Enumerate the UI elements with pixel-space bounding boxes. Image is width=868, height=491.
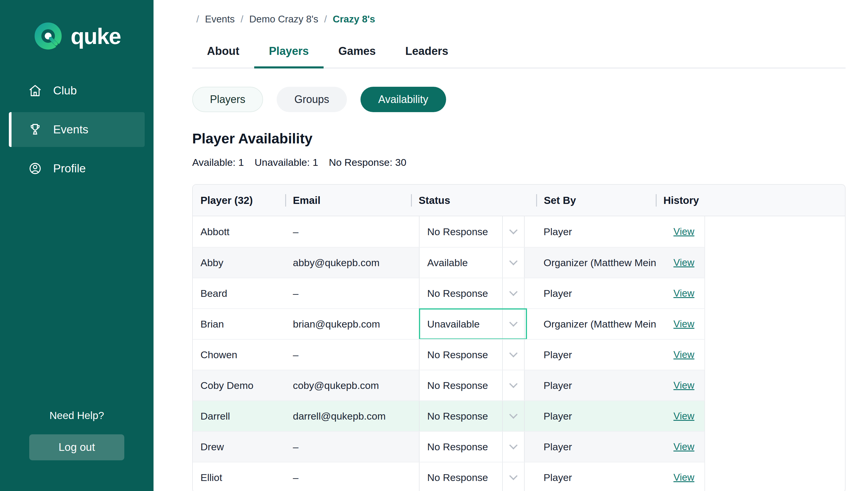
status-select[interactable]: No Response bbox=[419, 432, 502, 462]
header-email: Email bbox=[285, 195, 411, 206]
set-by-cell: Player bbox=[525, 278, 656, 308]
player-name-cell: Elliot bbox=[193, 462, 285, 491]
need-help-link[interactable]: Need Help? bbox=[50, 409, 104, 422]
email-cell: – bbox=[285, 462, 419, 491]
chevron-glyph bbox=[509, 472, 517, 480]
breadcrumb-events[interactable]: Events bbox=[205, 13, 235, 25]
set-by-cell: Player bbox=[525, 216, 656, 247]
email-cell: – bbox=[285, 340, 419, 370]
player-name-cell: Abby bbox=[193, 248, 285, 278]
sidebar-footer: Need Help? Log out bbox=[0, 409, 153, 491]
header-history: History bbox=[656, 195, 845, 206]
chevron-glyph bbox=[509, 226, 517, 234]
status-select[interactable]: No Response bbox=[419, 370, 502, 400]
email-cell: abby@qukepb.com bbox=[285, 248, 419, 278]
view-history-link[interactable]: View bbox=[673, 380, 694, 391]
tab-players[interactable]: Players bbox=[254, 37, 324, 68]
app-logo: quke bbox=[0, 0, 153, 51]
table-row: Beard – No Response Player View bbox=[193, 278, 705, 308]
set-by-cell: Organizer (Matthew Meinza bbox=[525, 248, 656, 278]
view-history-link[interactable]: View bbox=[673, 226, 694, 237]
tab-leaders[interactable]: Leaders bbox=[391, 37, 463, 68]
email-cell: – bbox=[285, 216, 419, 247]
header-status: Status bbox=[411, 195, 536, 206]
status-select-focused[interactable]: Unavailable bbox=[419, 309, 502, 339]
chevron-glyph bbox=[509, 349, 517, 357]
status-select[interactable]: No Response bbox=[419, 340, 502, 370]
status-select[interactable]: No Response bbox=[419, 216, 502, 247]
sidebar: quke Club Events bbox=[0, 0, 153, 491]
sidebar-item-label: Club bbox=[53, 84, 77, 97]
view-history-link[interactable]: View bbox=[673, 441, 694, 452]
table-row: Abby abby@qukepb.com Available Organizer… bbox=[193, 247, 705, 278]
email-cell: coby@qukepb.com bbox=[285, 370, 419, 400]
subtab-groups[interactable]: Groups bbox=[277, 87, 347, 112]
main-content: / Events / Demo Crazy 8's / Crazy 8's Ab… bbox=[153, 0, 868, 491]
availability-stats: Available: 1 Unavailable: 1 No Response:… bbox=[192, 157, 845, 168]
view-history-link[interactable]: View bbox=[673, 472, 694, 483]
sidebar-nav: Club Events Profile bbox=[0, 73, 153, 186]
history-cell: View bbox=[656, 370, 705, 400]
chevron-down-icon[interactable] bbox=[502, 401, 525, 431]
table-row: Drew – No Response Player View bbox=[193, 431, 705, 462]
player-name-cell: Coby Demo bbox=[193, 370, 285, 400]
breadcrumb-demo-crazy-8s[interactable]: Demo Crazy 8's bbox=[249, 13, 318, 25]
sidebar-item-club[interactable]: Club bbox=[9, 73, 145, 108]
chevron-glyph bbox=[509, 441, 517, 450]
header-player: Player (32) bbox=[193, 195, 285, 206]
home-icon bbox=[28, 84, 42, 97]
chevron-down-icon[interactable] bbox=[502, 340, 525, 370]
status-value: No Response bbox=[427, 349, 488, 360]
chevron-down-icon[interactable] bbox=[502, 248, 525, 278]
sidebar-item-profile[interactable]: Profile bbox=[9, 151, 145, 186]
status-select[interactable]: No Response bbox=[419, 278, 502, 308]
player-name-cell: Drew bbox=[193, 432, 285, 462]
tab-about[interactable]: About bbox=[192, 37, 254, 68]
view-history-link[interactable]: View bbox=[673, 318, 694, 329]
chevron-down-icon[interactable] bbox=[502, 216, 525, 247]
quke-logo-icon bbox=[33, 21, 63, 51]
view-history-link[interactable]: View bbox=[673, 257, 694, 268]
chevron-down-icon[interactable] bbox=[502, 278, 525, 308]
chevron-glyph bbox=[509, 318, 517, 327]
status-select[interactable]: No Response bbox=[419, 401, 502, 431]
chevron-down-icon[interactable] bbox=[502, 432, 525, 462]
subtab-availability[interactable]: Availability bbox=[361, 87, 446, 112]
email-cell: darrell@qukepb.com bbox=[285, 401, 419, 431]
email-cell: – bbox=[285, 278, 419, 308]
chevron-down-icon[interactable] bbox=[502, 370, 525, 400]
status-select[interactable]: No Response bbox=[419, 462, 502, 491]
table-row: Coby Demo coby@qukepb.com No Response Pl… bbox=[193, 370, 705, 400]
stat-unavailable: Unavailable: 1 bbox=[254, 157, 318, 168]
view-history-link[interactable]: View bbox=[673, 288, 694, 299]
set-by-cell: Player bbox=[525, 462, 656, 491]
event-tabs: About Players Games Leaders bbox=[192, 37, 845, 68]
set-by-cell: Player bbox=[525, 432, 656, 462]
sidebar-item-events[interactable]: Events bbox=[9, 112, 145, 147]
view-history-link[interactable]: View bbox=[673, 349, 694, 360]
status-value: No Response bbox=[427, 410, 488, 422]
player-name-cell: Darrell bbox=[193, 401, 285, 431]
table-row: Brian brian@qukepb.com Unavailable Organ… bbox=[193, 308, 705, 339]
status-value: No Response bbox=[427, 380, 488, 391]
email-cell: brian@qukepb.com bbox=[285, 309, 419, 339]
status-select[interactable]: Available bbox=[419, 248, 502, 278]
view-history-link[interactable]: View bbox=[673, 410, 694, 422]
breadcrumb-separator: / bbox=[196, 13, 199, 25]
history-cell: View bbox=[656, 401, 705, 431]
page-title: Player Availability bbox=[192, 131, 845, 147]
players-subtabs: Players Groups Availability bbox=[192, 87, 845, 112]
subtab-players[interactable]: Players bbox=[192, 87, 263, 112]
status-value: No Response bbox=[427, 226, 488, 237]
player-name-cell: Brian bbox=[193, 309, 285, 339]
tab-games[interactable]: Games bbox=[324, 37, 391, 68]
status-value: No Response bbox=[427, 441, 488, 453]
chevron-down-icon[interactable] bbox=[502, 462, 525, 491]
stat-available: Available: 1 bbox=[192, 157, 244, 168]
breadcrumb: / Events / Demo Crazy 8's / Crazy 8's bbox=[196, 13, 845, 25]
logout-button[interactable]: Log out bbox=[29, 434, 124, 460]
availability-table: Player (32) Email Status Set By History … bbox=[192, 184, 845, 491]
table-row: Chowen – No Response Player View bbox=[193, 339, 705, 370]
set-by-cell: Player bbox=[525, 370, 656, 400]
chevron-down-icon[interactable] bbox=[502, 309, 525, 339]
